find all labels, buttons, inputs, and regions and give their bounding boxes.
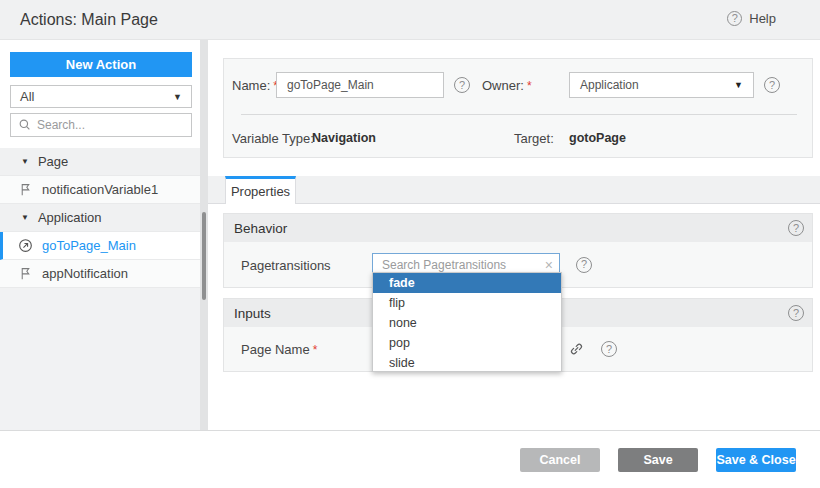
name-help-icon[interactable]: ?	[454, 77, 470, 93]
navigate-icon	[18, 238, 33, 253]
pagetransitions-dropdown: fade flip none pop slide	[372, 272, 562, 372]
sidebar-empty-area	[0, 288, 200, 430]
name-field[interactable]	[276, 72, 444, 98]
chevron-down-icon: ▼	[734, 80, 743, 90]
page-name-label: Page Name*	[241, 342, 317, 357]
form-divider	[241, 114, 797, 115]
pagetransitions-search-input[interactable]	[382, 258, 541, 272]
sidebar-search-box[interactable]	[10, 113, 192, 137]
target-label: Target:	[514, 131, 554, 146]
sidebar-search-input[interactable]	[37, 118, 184, 132]
actions-tree: ▼ Page notificationVariable1 ▼ Applicati…	[0, 148, 200, 288]
actions-editor-window: Actions: Main Page ? Help New Action All…	[0, 0, 820, 488]
owner-value: Application	[580, 78, 639, 92]
dropdown-option-slide[interactable]: slide	[373, 353, 561, 373]
required-asterisk: *	[527, 79, 532, 93]
cancel-button[interactable]: Cancel	[520, 448, 600, 472]
collapse-triangle-icon[interactable]: ▼	[21, 157, 29, 166]
help-label: Help	[749, 11, 776, 26]
flag-icon	[18, 266, 33, 281]
behavior-section-title: Behavior	[234, 221, 287, 236]
footer-bar: Cancel Save Save & Close	[0, 431, 820, 488]
tree-item-label: goToPage_Main	[42, 238, 136, 253]
help-icon: ?	[727, 11, 742, 26]
tree-group-label: Application	[38, 210, 102, 225]
tab-label: Properties	[231, 184, 290, 199]
actions-sidebar: New Action All ▼ ▼ Page notificationVari…	[0, 40, 200, 430]
dropdown-option-none[interactable]: none	[373, 313, 561, 333]
inputs-section-title: Inputs	[234, 306, 271, 321]
owner-help-icon[interactable]: ?	[764, 77, 780, 93]
action-detail-panel: Name:* ? Owner:* Application ▼ ? Variabl…	[208, 40, 820, 430]
search-icon	[18, 118, 32, 132]
tree-group-application[interactable]: ▼ Application	[0, 204, 200, 232]
pagetransitions-label: Pagetransitions	[241, 257, 331, 272]
tree-group-page[interactable]: ▼ Page	[0, 148, 200, 176]
tree-item-appnotification[interactable]: appNotification	[0, 260, 200, 288]
link-icon[interactable]	[569, 342, 584, 357]
page-title: Actions: Main Page	[20, 11, 158, 29]
owner-select[interactable]: Application ▼	[569, 72, 754, 98]
inputs-help-icon[interactable]: ?	[788, 305, 804, 321]
tree-item-label: appNotification	[42, 266, 128, 281]
chevron-down-icon: ▼	[173, 92, 182, 102]
pagetransitions-help-icon[interactable]: ?	[576, 257, 592, 273]
tab-bar: Properties	[208, 176, 820, 204]
dropdown-option-flip[interactable]: flip	[373, 293, 561, 313]
sidebar-scrollbar-track[interactable]	[200, 40, 208, 430]
action-summary-panel: Name:* ? Owner:* Application ▼ ? Variabl…	[223, 58, 813, 158]
behavior-help-icon[interactable]: ?	[788, 220, 804, 236]
dropdown-option-pop[interactable]: pop	[373, 333, 561, 353]
sidebar-scrollbar-thumb[interactable]	[202, 212, 206, 300]
tree-group-label: Page	[38, 154, 68, 169]
target-value: gotoPage	[569, 131, 626, 145]
name-label: Name:*	[232, 78, 278, 93]
tab-properties[interactable]: Properties	[225, 176, 296, 204]
variable-type-label: Variable Type:	[232, 131, 314, 146]
new-action-button[interactable]: New Action	[10, 52, 192, 77]
behavior-section-header: Behavior ?	[224, 214, 812, 242]
window-header: Actions: Main Page ? Help	[0, 0, 820, 40]
flag-icon	[18, 182, 33, 197]
owner-label: Owner:*	[482, 78, 532, 93]
tree-item-gotopage-main[interactable]: goToPage_Main	[0, 232, 200, 260]
filter-value: All	[20, 89, 34, 104]
save-and-close-button[interactable]: Save & Close	[716, 448, 796, 472]
dropdown-option-fade[interactable]: fade	[373, 273, 561, 293]
tree-item-label: notificationVariable1	[42, 182, 158, 197]
clear-icon[interactable]: ×	[545, 257, 553, 273]
required-asterisk: *	[313, 343, 318, 357]
help-button[interactable]: ? Help	[727, 11, 776, 26]
tree-item-notificationvariable1[interactable]: notificationVariable1	[0, 176, 200, 204]
filter-dropdown[interactable]: All ▼	[10, 85, 192, 108]
save-button[interactable]: Save	[618, 448, 698, 472]
collapse-triangle-icon[interactable]: ▼	[21, 213, 29, 222]
variable-type-value: Navigation	[312, 131, 376, 145]
page-name-help-icon[interactable]: ?	[601, 341, 617, 357]
